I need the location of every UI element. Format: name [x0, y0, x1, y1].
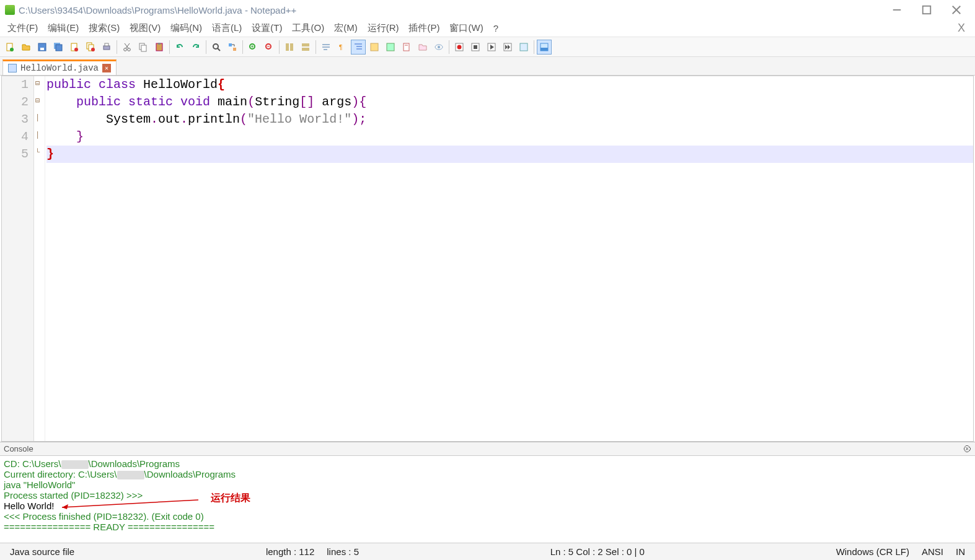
wrap-icon[interactable] [319, 40, 333, 55]
tab-bar: HelloWorld.java ✕ [0, 57, 975, 76]
editor-area[interactable]: 12345 ⊟⊟||└ public class HelloWorld{ pub… [1, 76, 974, 442]
title-bar: C:\Users\93454\Downloads\Programs\HelloW… [0, 0, 975, 20]
svg-point-14 [91, 48, 95, 51]
console-header[interactable]: Console ⮾ [0, 442, 975, 456]
svg-point-11 [74, 48, 78, 51]
sync-v-icon[interactable] [282, 40, 297, 55]
toolbar-separator [242, 40, 243, 54]
toolbar-separator [117, 40, 117, 54]
console-close-icon[interactable]: ⮾ [963, 444, 971, 453]
func-list-icon[interactable] [399, 40, 414, 55]
folder-icon[interactable] [415, 40, 430, 55]
svg-rect-53 [474, 45, 477, 49]
annotation-arrow [56, 497, 205, 510]
undo-icon[interactable] [172, 40, 187, 55]
window-title: C:\Users\93454\Downloads\Programs\HelloW… [19, 5, 891, 15]
svg-rect-22 [141, 45, 146, 51]
zoom-out-icon[interactable] [262, 40, 276, 55]
close-all-icon[interactable] [83, 40, 98, 55]
copy-icon[interactable] [136, 40, 151, 55]
menu-settings[interactable]: 设置(T) [247, 20, 287, 36]
toolbar-separator [206, 40, 206, 54]
doc-map-icon[interactable] [383, 40, 398, 55]
find-icon[interactable] [209, 40, 224, 55]
svg-rect-28 [233, 48, 236, 51]
status-bar: Java source file length : 112 lines : 5 … [0, 543, 975, 560]
menu-file[interactable]: 文件(F) [2, 20, 43, 36]
minimize-button[interactable] [891, 4, 903, 16]
console-toggle-icon[interactable] [537, 40, 552, 55]
svg-rect-27 [229, 43, 232, 46]
line-gutter: 12345 [2, 76, 34, 441]
status-length: length : 112 [260, 546, 320, 557]
svg-rect-37 [302, 48, 309, 51]
toolbar: ¶ [0, 37, 975, 57]
console-output[interactable]: 运行结果 CD: C:\Users\\Downloads\ProgramsCur… [0, 456, 975, 543]
macro-save-icon[interactable] [516, 40, 531, 55]
status-filetype: Java source file [4, 546, 81, 557]
redo-icon[interactable] [188, 40, 203, 55]
svg-rect-7 [40, 48, 44, 50]
menu-close-x[interactable]: X [950, 22, 973, 35]
menu-run[interactable]: 运行(R) [363, 20, 404, 36]
paste-icon[interactable] [152, 40, 167, 55]
menu-bar: 文件(F) 编辑(E) 搜索(S) 视图(V) 编码(N) 语言(L) 设置(T… [0, 20, 975, 37]
macro-fast-icon[interactable] [500, 40, 515, 55]
macro-play-icon[interactable] [484, 40, 499, 55]
menu-window[interactable]: 窗口(W) [444, 20, 488, 36]
menu-search[interactable]: 搜索(S) [84, 20, 125, 36]
svg-rect-46 [404, 43, 409, 51]
save-all-icon[interactable] [51, 40, 66, 55]
menu-tools[interactable]: 工具(O) [287, 20, 329, 36]
svg-line-59 [62, 500, 198, 507]
menu-language[interactable]: 语言(L) [207, 20, 247, 36]
open-icon[interactable] [19, 40, 33, 55]
tab-filename: HelloWorld.java [20, 63, 99, 73]
status-position: Ln : 5 Col : 2 Sel : 0 | 0 [544, 546, 651, 557]
macro-rec-icon[interactable] [452, 40, 467, 55]
sync-h-icon[interactable] [298, 40, 313, 55]
menu-help[interactable]: ? [488, 21, 503, 35]
svg-rect-15 [104, 46, 110, 50]
menu-view[interactable]: 视图(V) [125, 20, 165, 36]
svg-point-25 [213, 44, 218, 49]
svg-point-5 [10, 48, 14, 51]
menu-edit[interactable]: 编辑(E) [43, 20, 84, 36]
status-encoding[interactable]: ANSI [915, 546, 950, 557]
svg-rect-45 [387, 43, 394, 51]
svg-rect-9 [56, 45, 62, 51]
svg-rect-58 [540, 48, 548, 51]
toolbar-separator [449, 40, 449, 54]
toolbar-separator [169, 40, 170, 54]
zoom-in-icon[interactable] [245, 40, 260, 55]
menu-macro[interactable]: 宏(M) [329, 20, 363, 36]
maximize-button[interactable] [920, 4, 933, 16]
menu-plugins[interactable]: 插件(P) [404, 20, 444, 36]
udl-icon[interactable] [367, 40, 382, 55]
close-file-icon[interactable] [67, 40, 82, 55]
fold-column[interactable]: ⊟⊟||└ [34, 76, 45, 441]
new-icon[interactable] [2, 40, 17, 55]
close-button[interactable] [950, 4, 963, 16]
svg-rect-24 [158, 43, 161, 45]
annotation-label: 运行结果 [211, 492, 250, 505]
svg-point-51 [457, 45, 462, 49]
show-all-icon[interactable]: ¶ [335, 40, 350, 55]
svg-line-26 [218, 48, 220, 51]
code-content[interactable]: public class HelloWorld{ public static v… [45, 76, 973, 441]
indent-guide-icon[interactable] [351, 40, 366, 55]
tab-close-icon[interactable]: ✕ [102, 64, 111, 72]
status-eol[interactable]: Windows (CR LF) [830, 546, 915, 557]
svg-rect-34 [286, 43, 289, 51]
macro-stop-icon[interactable] [468, 40, 483, 55]
print-icon[interactable] [99, 40, 114, 55]
menu-encoding[interactable]: 编码(N) [165, 20, 207, 36]
status-insert[interactable]: IN [950, 546, 971, 557]
replace-icon[interactable] [225, 40, 240, 55]
save-icon[interactable] [35, 40, 50, 55]
cut-icon[interactable] [120, 40, 135, 55]
monitor-icon[interactable] [431, 40, 446, 55]
svg-rect-56 [520, 43, 527, 51]
file-tab[interactable]: HelloWorld.java ✕ [2, 59, 117, 75]
toolbar-separator [315, 40, 316, 54]
